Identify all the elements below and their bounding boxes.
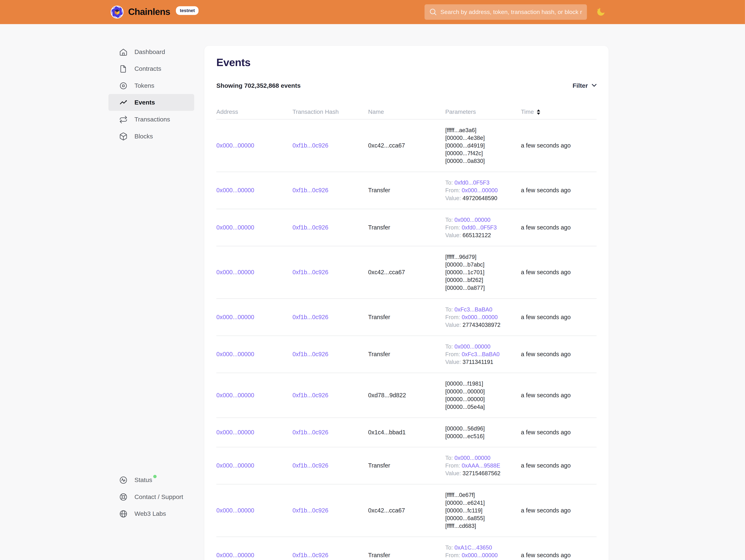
event-parameters: To: 0x000...00000From: 0xAAA...9588EValu… [445, 454, 521, 477]
address-link[interactable]: 0x000...00000 [216, 507, 254, 514]
address-link[interactable]: 0x000...00000 [216, 269, 254, 276]
sidebar-item-label: Transactions [134, 116, 170, 123]
param-topic: [fffff...ae3a6] [445, 126, 517, 134]
table-row: 0x000...000000xf1b...0c9260xc42...cca67[… [216, 246, 596, 299]
document-icon [119, 64, 128, 73]
table-row: 0x000...000000xf1b...0c926TransferTo: 0x… [216, 447, 596, 484]
to-address-link[interactable]: 0xA1C...43650 [454, 544, 492, 551]
from-address-link[interactable]: 0x000...00000 [462, 187, 497, 194]
event-name: 0xc42...cca67 [368, 142, 405, 149]
column-label: Time [521, 108, 534, 115]
sidebar-item-events[interactable]: Events [108, 94, 194, 111]
address-link[interactable]: 0x000...00000 [216, 314, 254, 320]
sidebar-footer: StatusContact / SupportWeb3 Labs [108, 471, 194, 522]
column-header-parameters: Parameters [445, 108, 521, 115]
transfer-value: 3711341191 [462, 359, 493, 366]
param-label-to: To: [445, 544, 453, 551]
from-address-link[interactable]: 0x000...00000 [462, 552, 497, 559]
from-address-link[interactable]: 0x000...00000 [462, 314, 497, 320]
search-icon [429, 8, 437, 16]
address-link[interactable]: 0x000...00000 [216, 351, 254, 358]
event-parameters: To: 0xA1C...43650From: 0x000...00000Valu… [445, 544, 521, 560]
column-header-time[interactable]: Time [521, 108, 596, 115]
token-icon [119, 81, 128, 90]
param-label-to: To: [445, 343, 453, 350]
param-label-from: From: [445, 187, 460, 194]
address-link[interactable]: 0x000...00000 [216, 552, 254, 559]
event-parameters: [00000...f1981][00000...00000][00000...0… [445, 380, 521, 411]
sidebar: DashboardContractsTokensEventsTransactio… [108, 43, 194, 550]
tx-hash-link[interactable]: 0xf1b...0c926 [292, 187, 328, 194]
sidebar-item-tokens[interactable]: Tokens [108, 77, 194, 94]
sidebar-item-dashboard[interactable]: Dashboard [108, 43, 194, 60]
address-link[interactable]: 0x000...00000 [216, 187, 254, 194]
address-link[interactable]: 0x000...00000 [216, 142, 254, 149]
address-link[interactable]: 0x000...00000 [216, 429, 254, 436]
event-name: Transfer [368, 314, 390, 320]
tx-hash-link[interactable]: 0xf1b...0c926 [292, 142, 328, 149]
sidebar-item-contracts[interactable]: Contracts [108, 60, 194, 77]
from-address-link[interactable]: 0xfd0...0F5F3 [462, 224, 497, 231]
from-address-link[interactable]: 0xAAA...9588E [462, 462, 500, 469]
event-time: a few seconds ago [521, 429, 596, 436]
param-label-from: From: [445, 314, 460, 320]
event-parameters: To: 0x000...00000From: 0xFc3...BaBA0Valu… [445, 343, 521, 366]
to-address-link[interactable]: 0x000...00000 [454, 343, 490, 350]
column-label: Parameters [445, 108, 476, 115]
event-time: a few seconds ago [521, 269, 596, 276]
tx-hash-link[interactable]: 0xf1b...0c926 [292, 224, 328, 231]
param-label-to: To: [445, 306, 453, 313]
tx-hash-link[interactable]: 0xf1b...0c926 [292, 269, 328, 276]
to-address-link[interactable]: 0xFc3...BaBA0 [454, 306, 492, 313]
param-topic: [00000...0a830] [445, 157, 517, 165]
tx-hash-link[interactable]: 0xf1b...0c926 [292, 462, 328, 469]
app-root: Chainlens testnet DashboardContractsToke… [0, 0, 745, 560]
theme-toggle-button[interactable] [595, 7, 606, 18]
table-body: 0x000...000000xf1b...0c9260xc42...cca67[… [216, 120, 596, 560]
sidebar-item-blocks[interactable]: Blocks [108, 128, 194, 145]
sidebar-item-web3-labs[interactable]: Web3 Labs [108, 505, 194, 522]
param-topic: [00000...d4919] [445, 142, 517, 150]
sidebar-item-label: Dashboard [134, 48, 165, 55]
to-address-link[interactable]: 0xfd0...0F5F3 [454, 179, 490, 186]
tx-hash-link[interactable]: 0xf1b...0c926 [292, 507, 328, 514]
globe-icon [119, 509, 128, 518]
param-label-from: From: [445, 462, 460, 469]
to-address-link[interactable]: 0x000...00000 [454, 216, 490, 223]
param-topic: [00000...fc119] [445, 507, 517, 515]
sidebar-item-contact-support[interactable]: Contact / Support [108, 488, 194, 505]
param-topic: [00000...1c701] [445, 269, 517, 276]
address-link[interactable]: 0x000...00000 [216, 462, 254, 469]
tx-hash-link[interactable]: 0xf1b...0c926 [292, 351, 328, 358]
sidebar-item-label: Events [134, 99, 155, 106]
event-time: a few seconds ago [521, 187, 596, 194]
search-input[interactable] [425, 4, 587, 20]
param-topic: [fffff...0e67f] [445, 491, 517, 499]
event-time: a few seconds ago [521, 507, 596, 514]
sidebar-item-transactions[interactable]: Transactions [108, 111, 194, 128]
address-link[interactable]: 0x000...00000 [216, 224, 254, 231]
event-name: 0xd78...9d822 [368, 392, 406, 399]
filter-label: Filter [573, 82, 588, 89]
tx-hash-link[interactable]: 0xf1b...0c926 [292, 429, 328, 436]
tx-hash-link[interactable]: 0xf1b...0c926 [292, 392, 328, 399]
table-row: 0x000...000000xf1b...0c9260xc42...cca67[… [216, 485, 596, 537]
address-link[interactable]: 0x000...00000 [216, 392, 254, 399]
event-name: 0xc42...cca67 [368, 507, 405, 514]
tx-hash-link[interactable]: 0xf1b...0c926 [292, 552, 328, 559]
sidebar-item-status[interactable]: Status [108, 471, 194, 488]
cube-icon [119, 132, 128, 141]
event-name: Transfer [368, 351, 390, 358]
event-parameters: To: 0x000...00000From: 0xfd0...0F5F3Valu… [445, 216, 521, 239]
sidebar-item-label: Contracts [134, 65, 161, 72]
filter-button[interactable]: Filter [573, 82, 596, 89]
param-topic: [00000...00000] [445, 395, 517, 403]
brand-logo-link[interactable]: Chainlens testnet [110, 5, 199, 19]
from-address-link[interactable]: 0xFc3...BaBA0 [462, 351, 499, 358]
sidebar-item-label: Status [134, 476, 152, 484]
to-address-link[interactable]: 0x000...00000 [454, 455, 490, 461]
tx-hash-link[interactable]: 0xf1b...0c926 [292, 314, 328, 320]
home-icon [119, 48, 128, 56]
transfer-value: 277434038972 [462, 321, 500, 329]
param-label-to: To: [445, 216, 453, 223]
